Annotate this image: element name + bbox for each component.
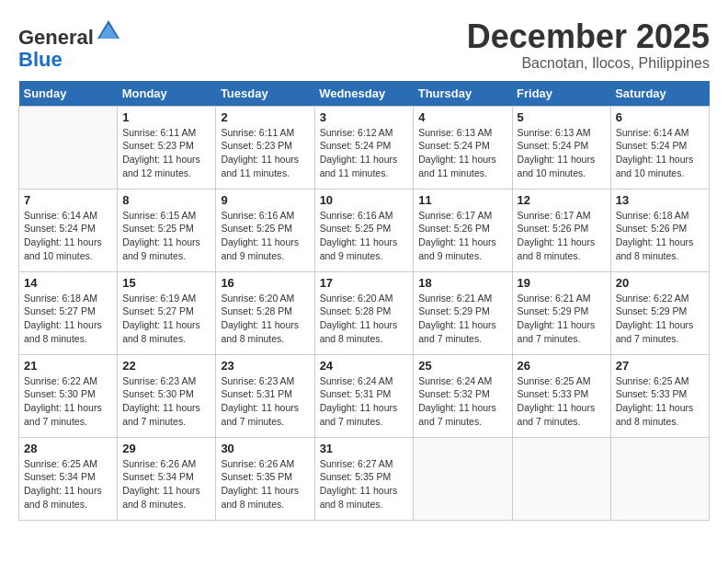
day-number: 23 xyxy=(221,359,309,373)
day-number: 8 xyxy=(122,193,210,207)
calendar-cell: 30Sunrise: 6:26 AM Sunset: 5:35 PM Dayli… xyxy=(216,437,314,520)
day-number: 28 xyxy=(24,442,112,455)
day-info: Sunrise: 6:13 AM Sunset: 5:24 PM Dayligh… xyxy=(518,126,606,180)
day-info: Sunrise: 6:23 AM Sunset: 5:30 PM Dayligh… xyxy=(122,374,210,429)
calendar-cell: 16Sunrise: 6:20 AM Sunset: 5:28 PM Dayli… xyxy=(216,271,314,354)
day-number: 12 xyxy=(518,193,606,207)
day-number: 22 xyxy=(122,359,210,373)
calendar-cell: 28Sunrise: 6:25 AM Sunset: 5:34 PM Dayli… xyxy=(19,437,118,520)
calendar-cell: 7Sunrise: 6:14 AM Sunset: 5:24 PM Daylig… xyxy=(19,189,118,271)
weekday-header-friday: Friday xyxy=(512,81,610,107)
calendar-cell: 15Sunrise: 6:19 AM Sunset: 5:27 PM Dayli… xyxy=(118,271,216,354)
day-info: Sunrise: 6:26 AM Sunset: 5:34 PM Dayligh… xyxy=(122,457,210,511)
calendar-week-row: 14Sunrise: 6:18 AM Sunset: 5:27 PM Dayli… xyxy=(19,271,710,354)
day-info: Sunrise: 6:16 AM Sunset: 5:25 PM Dayligh… xyxy=(320,209,409,263)
day-number: 17 xyxy=(320,276,409,290)
weekday-header-tuesday: Tuesday xyxy=(216,81,314,107)
calendar-week-row: 21Sunrise: 6:22 AM Sunset: 5:30 PM Dayli… xyxy=(19,354,710,437)
day-info: Sunrise: 6:19 AM Sunset: 5:27 PM Dayligh… xyxy=(122,292,210,346)
day-info: Sunrise: 6:20 AM Sunset: 5:28 PM Dayligh… xyxy=(320,292,409,346)
day-number: 4 xyxy=(418,110,506,124)
day-number: 26 xyxy=(518,359,606,373)
calendar-cell: 27Sunrise: 6:25 AM Sunset: 5:33 PM Dayli… xyxy=(610,354,709,437)
day-number: 7 xyxy=(24,193,112,207)
day-info: Sunrise: 6:17 AM Sunset: 5:26 PM Dayligh… xyxy=(418,209,506,263)
calendar-cell: 3Sunrise: 6:12 AM Sunset: 5:24 PM Daylig… xyxy=(314,106,414,189)
weekday-header-thursday: Thursday xyxy=(414,81,512,107)
calendar-cell: 24Sunrise: 6:24 AM Sunset: 5:31 PM Dayli… xyxy=(314,354,414,437)
calendar-cell: 12Sunrise: 6:17 AM Sunset: 5:26 PM Dayli… xyxy=(512,189,610,271)
day-number: 19 xyxy=(518,276,606,290)
day-info: Sunrise: 6:16 AM Sunset: 5:25 PM Dayligh… xyxy=(221,209,309,263)
day-number: 5 xyxy=(518,110,606,124)
calendar-cell: 10Sunrise: 6:16 AM Sunset: 5:25 PM Dayli… xyxy=(314,189,414,271)
calendar-cell: 2Sunrise: 6:11 AM Sunset: 5:23 PM Daylig… xyxy=(216,106,314,189)
calendar-cell: 6Sunrise: 6:14 AM Sunset: 5:24 PM Daylig… xyxy=(610,106,709,189)
day-number: 31 xyxy=(320,442,409,455)
calendar-week-row: 28Sunrise: 6:25 AM Sunset: 5:34 PM Dayli… xyxy=(19,437,710,520)
day-number: 2 xyxy=(221,110,309,124)
day-number: 13 xyxy=(616,193,704,207)
day-info: Sunrise: 6:26 AM Sunset: 5:35 PM Dayligh… xyxy=(221,457,309,511)
weekday-header-wednesday: Wednesday xyxy=(314,81,414,107)
calendar-week-row: 7Sunrise: 6:14 AM Sunset: 5:24 PM Daylig… xyxy=(19,189,710,271)
calendar-cell: 25Sunrise: 6:24 AM Sunset: 5:32 PM Dayli… xyxy=(414,354,512,437)
day-number: 21 xyxy=(24,359,112,373)
calendar-cell: 14Sunrise: 6:18 AM Sunset: 5:27 PM Dayli… xyxy=(19,271,118,354)
day-info: Sunrise: 6:21 AM Sunset: 5:29 PM Dayligh… xyxy=(418,292,506,346)
day-info: Sunrise: 6:25 AM Sunset: 5:33 PM Dayligh… xyxy=(518,374,606,429)
day-number: 16 xyxy=(221,276,309,290)
calendar-cell: 26Sunrise: 6:25 AM Sunset: 5:33 PM Dayli… xyxy=(512,354,610,437)
day-number: 9 xyxy=(221,193,309,207)
calendar-cell: 8Sunrise: 6:15 AM Sunset: 5:25 PM Daylig… xyxy=(118,189,216,271)
day-info: Sunrise: 6:22 AM Sunset: 5:29 PM Dayligh… xyxy=(616,292,704,346)
day-number: 20 xyxy=(616,276,704,290)
day-number: 29 xyxy=(122,442,210,455)
day-info: Sunrise: 6:17 AM Sunset: 5:26 PM Dayligh… xyxy=(518,209,606,263)
calendar-cell: 19Sunrise: 6:21 AM Sunset: 5:29 PM Dayli… xyxy=(512,271,610,354)
calendar-cell: 20Sunrise: 6:22 AM Sunset: 5:29 PM Dayli… xyxy=(610,271,709,354)
day-info: Sunrise: 6:18 AM Sunset: 5:27 PM Dayligh… xyxy=(24,292,112,346)
day-number: 6 xyxy=(616,110,704,124)
calendar-cell xyxy=(610,437,709,520)
calendar-cell: 5Sunrise: 6:13 AM Sunset: 5:24 PM Daylig… xyxy=(512,106,610,189)
day-info: Sunrise: 6:18 AM Sunset: 5:26 PM Dayligh… xyxy=(616,209,704,263)
calendar-cell: 9Sunrise: 6:16 AM Sunset: 5:25 PM Daylig… xyxy=(216,189,314,271)
weekday-header-monday: Monday xyxy=(118,81,216,107)
calendar-cell: 17Sunrise: 6:20 AM Sunset: 5:28 PM Dayli… xyxy=(314,271,414,354)
calendar-cell: 29Sunrise: 6:26 AM Sunset: 5:34 PM Dayli… xyxy=(118,437,216,520)
day-number: 24 xyxy=(320,359,409,373)
location-subtitle: Bacnotan, Ilocos, Philippines xyxy=(467,55,710,72)
day-info: Sunrise: 6:25 AM Sunset: 5:34 PM Dayligh… xyxy=(24,457,112,511)
weekday-header-saturday: Saturday xyxy=(610,81,709,107)
calendar-table: SundayMondayTuesdayWednesdayThursdayFrid… xyxy=(18,81,710,521)
page-header: General Blue December 2025 Bacnotan, Ilo… xyxy=(18,18,710,72)
calendar-cell: 1Sunrise: 6:11 AM Sunset: 5:23 PM Daylig… xyxy=(118,106,216,189)
day-info: Sunrise: 6:24 AM Sunset: 5:31 PM Dayligh… xyxy=(320,374,409,429)
day-number: 11 xyxy=(418,193,506,207)
calendar-cell: 18Sunrise: 6:21 AM Sunset: 5:29 PM Dayli… xyxy=(414,271,512,354)
day-number: 15 xyxy=(122,276,210,290)
day-info: Sunrise: 6:25 AM Sunset: 5:33 PM Dayligh… xyxy=(616,374,704,429)
day-info: Sunrise: 6:23 AM Sunset: 5:31 PM Dayligh… xyxy=(221,374,309,429)
day-info: Sunrise: 6:12 AM Sunset: 5:24 PM Dayligh… xyxy=(320,126,409,180)
day-info: Sunrise: 6:11 AM Sunset: 5:23 PM Dayligh… xyxy=(122,126,210,180)
day-info: Sunrise: 6:13 AM Sunset: 5:24 PM Dayligh… xyxy=(418,126,506,180)
month-year-title: December 2025 xyxy=(467,18,710,55)
day-info: Sunrise: 6:14 AM Sunset: 5:24 PM Dayligh… xyxy=(616,126,704,180)
day-number: 1 xyxy=(122,110,210,124)
calendar-week-row: 1Sunrise: 6:11 AM Sunset: 5:23 PM Daylig… xyxy=(19,106,710,189)
day-number: 27 xyxy=(616,359,704,373)
day-number: 14 xyxy=(24,276,112,290)
calendar-cell: 22Sunrise: 6:23 AM Sunset: 5:30 PM Dayli… xyxy=(118,354,216,437)
calendar-cell: 4Sunrise: 6:13 AM Sunset: 5:24 PM Daylig… xyxy=(414,106,512,189)
logo-general: General xyxy=(18,26,94,49)
calendar-cell xyxy=(19,106,118,189)
logo-blue: Blue xyxy=(18,48,63,71)
day-info: Sunrise: 6:20 AM Sunset: 5:28 PM Dayligh… xyxy=(221,292,309,346)
day-info: Sunrise: 6:22 AM Sunset: 5:30 PM Dayligh… xyxy=(24,374,112,429)
day-info: Sunrise: 6:14 AM Sunset: 5:24 PM Dayligh… xyxy=(24,209,112,263)
day-info: Sunrise: 6:11 AM Sunset: 5:23 PM Dayligh… xyxy=(221,126,309,180)
day-number: 10 xyxy=(320,193,409,207)
title-block: December 2025 Bacnotan, Ilocos, Philippi… xyxy=(467,18,710,72)
